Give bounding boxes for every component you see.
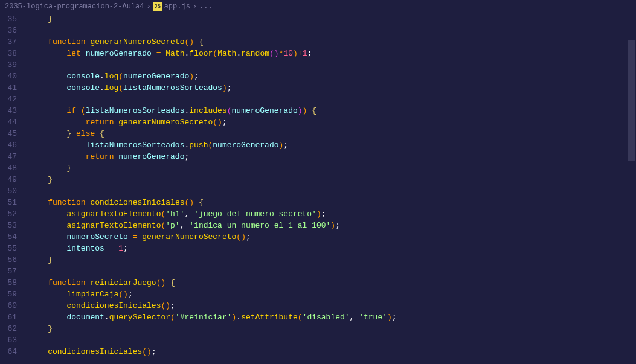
line-number: 57 <box>0 266 17 277</box>
code-line[interactable]: if (listaNumerosSorteados.includes(numer… <box>29 105 636 117</box>
scrollbar-thumb[interactable] <box>628 40 635 161</box>
line-number: 44 <box>0 117 17 128</box>
chevron-right-icon: › <box>146 2 150 11</box>
code-line[interactable]: asignarTextoElemento('h1', 'juego del nu… <box>29 208 636 220</box>
code-line[interactable]: } <box>29 162 636 174</box>
line-number: 43 <box>0 105 17 117</box>
code-line[interactable]: listaNumerosSorteados.push(numeroGenerad… <box>29 139 636 151</box>
code-line[interactable]: } <box>29 13 636 25</box>
line-number: 61 <box>0 311 17 323</box>
line-number: 49 <box>0 174 17 185</box>
line-number: 53 <box>0 220 17 231</box>
line-number: 60 <box>0 300 17 311</box>
code-line[interactable] <box>29 94 636 105</box>
line-number: 62 <box>0 323 17 334</box>
line-number: 50 <box>0 185 17 197</box>
line-number: 35 <box>0 13 17 25</box>
line-number: 55 <box>0 243 17 254</box>
code-line[interactable]: intentos = 1; <box>29 243 636 254</box>
breadcrumb-ellipsis[interactable]: ... <box>199 2 213 11</box>
code-line[interactable] <box>29 25 636 36</box>
line-number: 58 <box>0 277 17 289</box>
code-line[interactable]: numeroSecreto = generarNumeroSecreto(); <box>29 231 636 243</box>
code-line[interactable]: asignarTextoElemento('p', 'indica un num… <box>29 220 636 231</box>
line-number: 52 <box>0 208 17 220</box>
line-number: 59 <box>0 289 17 300</box>
code-line[interactable] <box>29 185 636 197</box>
code-line[interactable]: console.log(numeroGenerado); <box>29 71 636 82</box>
code-line[interactable]: function condicionesIniciales() { <box>29 197 636 208</box>
code-line[interactable]: condicionesIniciales(); <box>29 300 636 311</box>
line-number: 51 <box>0 197 17 208</box>
code-line[interactable] <box>29 59 636 71</box>
code-line[interactable]: } <box>29 254 636 266</box>
breadcrumb-folder[interactable]: 2035-logica-programacion-2-Aula4 <box>5 2 144 11</box>
code-line[interactable]: let numeroGenerado = Math.floor(Math.ran… <box>29 48 636 59</box>
line-number: 42 <box>0 94 17 105</box>
code-line[interactable]: console.log(listaNumerosSorteados); <box>29 82 636 94</box>
code-line[interactable]: } else { <box>29 128 636 139</box>
line-number: 64 <box>0 346 17 357</box>
line-number: 56 <box>0 254 17 266</box>
line-number: 38 <box>0 48 17 59</box>
breadcrumb-file[interactable]: app.js <box>164 2 190 11</box>
js-file-icon: JS <box>153 2 162 11</box>
code-content[interactable]: } function generarNumeroSecreto() { let … <box>25 13 636 364</box>
code-line[interactable]: function reiniciarJuego() { <box>29 277 636 289</box>
code-line[interactable]: } <box>29 174 636 185</box>
code-line[interactable]: document.querySelector('#reiniciar').set… <box>29 311 636 323</box>
code-line[interactable]: return generarNumeroSecreto(); <box>29 117 636 128</box>
line-number: 41 <box>0 82 17 94</box>
breadcrumb[interactable]: 2035-logica-programacion-2-Aula4 › JS ap… <box>0 0 636 13</box>
code-line[interactable]: function generarNumeroSecreto() { <box>29 36 636 48</box>
line-number-gutter: 3536373839404142434445464748495051525354… <box>0 13 25 364</box>
line-number: 36 <box>0 25 17 36</box>
code-line[interactable]: } <box>29 323 636 334</box>
line-number: 40 <box>0 71 17 82</box>
code-line[interactable]: return numeroGenerado; <box>29 151 636 162</box>
line-number: 46 <box>0 139 17 151</box>
code-line[interactable] <box>29 266 636 277</box>
chevron-right-icon: › <box>193 2 197 11</box>
line-number: 54 <box>0 231 17 243</box>
line-number: 39 <box>0 59 17 71</box>
line-number: 45 <box>0 128 17 139</box>
code-line[interactable]: condicionesIniciales(); <box>29 346 636 357</box>
line-number: 47 <box>0 151 17 162</box>
code-line[interactable]: limpiarCaja(); <box>29 289 636 300</box>
code-line[interactable] <box>29 334 636 346</box>
line-number: 48 <box>0 162 17 174</box>
code-editor[interactable]: 3536373839404142434445464748495051525354… <box>0 13 636 364</box>
vertical-scrollbar[interactable] <box>628 13 636 364</box>
line-number: 63 <box>0 334 17 346</box>
line-number: 37 <box>0 36 17 48</box>
